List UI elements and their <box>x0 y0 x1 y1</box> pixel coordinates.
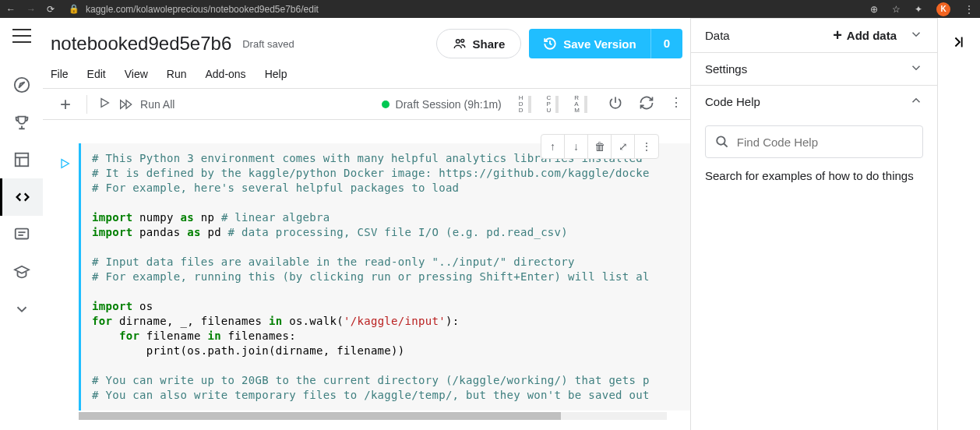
add-cell-button[interactable]: + <box>51 93 80 115</box>
svg-point-9 <box>460 39 464 42</box>
scrollbar-thumb[interactable] <box>79 412 561 420</box>
share-button[interactable]: Share <box>436 29 522 58</box>
status-dot-icon <box>382 100 390 108</box>
toolbar: + Run All Draft Session (9h:1m) HDD CPU … <box>43 88 690 120</box>
codehelp-desc: Search for examples of how to do things <box>705 169 923 182</box>
svg-point-14 <box>717 136 724 144</box>
expand-sidebar-button[interactable] <box>937 18 980 430</box>
save-count[interactable]: 0 <box>650 29 682 58</box>
horizontal-scrollbar[interactable] <box>79 412 667 420</box>
nav-data-icon[interactable] <box>0 141 43 178</box>
fast-forward-icon <box>118 98 134 111</box>
svg-marker-11 <box>121 100 126 108</box>
menu-help[interactable]: Help <box>265 68 287 80</box>
notebook-title[interactable]: notebooked9ed5e7b6 <box>51 33 231 55</box>
nav-courses-icon[interactable] <box>0 253 43 291</box>
menu-run[interactable]: Run <box>167 68 187 80</box>
svg-point-8 <box>456 40 460 44</box>
draft-status: Draft saved <box>242 38 294 50</box>
add-data-button[interactable]: + Add data <box>833 26 897 44</box>
cpu-metric: CPU <box>539 95 567 114</box>
power-icon[interactable] <box>608 95 623 114</box>
svg-marker-12 <box>126 100 132 108</box>
settings-panel-title: Settings <box>705 62 747 76</box>
codehelp-search[interactable] <box>705 125 923 158</box>
search-icon <box>715 134 729 150</box>
nav-discuss-icon[interactable] <box>0 216 43 253</box>
move-up-icon[interactable]: ↑ <box>541 135 565 158</box>
kebab-icon[interactable]: ⋮ <box>964 4 974 15</box>
save-version-group: Save Version 0 <box>529 29 682 58</box>
hdd-metric: HDD <box>511 95 539 114</box>
menubar: File Edit View Run Add-ons Help <box>43 65 690 88</box>
nav-code-icon[interactable] <box>0 178 43 216</box>
svg-marker-13 <box>62 160 69 168</box>
save-version-button[interactable]: Save Version <box>529 29 650 58</box>
menu-view[interactable]: View <box>125 68 148 80</box>
menu-file[interactable]: File <box>51 68 69 80</box>
session-status: Draft Session (9h:1m) <box>382 98 502 111</box>
svg-rect-2 <box>15 153 28 167</box>
right-panel: Data + Add data Settings Code Help <box>691 18 937 430</box>
url-text: kaggle.com/kolawoleprecious/notebooked9e… <box>86 4 319 15</box>
svg-line-15 <box>724 143 727 146</box>
nav-compass-icon[interactable] <box>0 66 43 104</box>
chevron-down-icon[interactable] <box>909 61 923 77</box>
svg-marker-10 <box>101 98 108 107</box>
more-icon[interactable]: ⋮ <box>670 95 682 114</box>
nav-more-icon[interactable] <box>0 291 43 328</box>
run-all-button[interactable]: Run All <box>115 98 174 111</box>
code-cell[interactable]: # This Python 3 environment comes with m… <box>79 143 690 411</box>
refresh-icon[interactable] <box>639 95 654 114</box>
codehelp-search-input[interactable] <box>737 136 913 149</box>
svg-marker-1 <box>19 82 24 87</box>
collapse-right-icon <box>950 33 968 51</box>
zoom-icon[interactable]: ⊕ <box>870 4 878 15</box>
left-rail <box>0 18 43 430</box>
reload-icon[interactable]: ⟳ <box>47 4 55 15</box>
data-panel-title: Data <box>705 29 730 42</box>
svg-rect-5 <box>15 229 28 239</box>
ram-metric: RAM <box>566 95 595 114</box>
run-cell-button[interactable] <box>93 97 115 112</box>
menu-edit[interactable]: Edit <box>87 68 106 80</box>
menu-icon[interactable] <box>12 29 31 43</box>
chevron-down-icon[interactable] <box>909 27 923 44</box>
profile-avatar[interactable]: K <box>936 2 950 16</box>
history-icon <box>543 37 557 51</box>
nav-trophy-icon[interactable] <box>0 104 43 141</box>
browser-chrome-bar: ← → ⟳ 🔒 kaggle.com/kolawoleprecious/note… <box>0 0 980 18</box>
notebook-header: notebooked9ed5e7b6 Draft saved Share Sav… <box>43 18 690 65</box>
menu-addons[interactable]: Add-ons <box>205 68 245 80</box>
lock-icon: 🔒 <box>69 4 79 14</box>
people-icon <box>453 37 467 51</box>
delete-icon[interactable]: 🗑 <box>588 135 612 158</box>
cell-run-button[interactable] <box>58 143 79 430</box>
url-bar[interactable]: 🔒 kaggle.com/kolawoleprecious/notebooked… <box>69 4 319 15</box>
chevron-up-icon[interactable] <box>909 93 923 110</box>
cell-more-icon[interactable]: ⋮ <box>635 135 658 158</box>
back-icon[interactable]: ← <box>6 4 16 15</box>
forward-icon[interactable]: → <box>26 4 36 15</box>
move-down-icon[interactable]: ↓ <box>565 135 588 158</box>
plus-icon: + <box>833 26 842 44</box>
cell-toolbar: ↑ ↓ 🗑 ⤢ ⋮ <box>541 134 659 159</box>
codehelp-panel-title: Code Help <box>705 95 760 108</box>
collapse-icon[interactable]: ⤢ <box>612 135 635 158</box>
divider <box>86 95 87 114</box>
extensions-icon[interactable]: ✦ <box>915 4 922 15</box>
star-icon[interactable]: ☆ <box>892 4 901 15</box>
resource-metrics: HDD CPU RAM <box>511 95 595 114</box>
